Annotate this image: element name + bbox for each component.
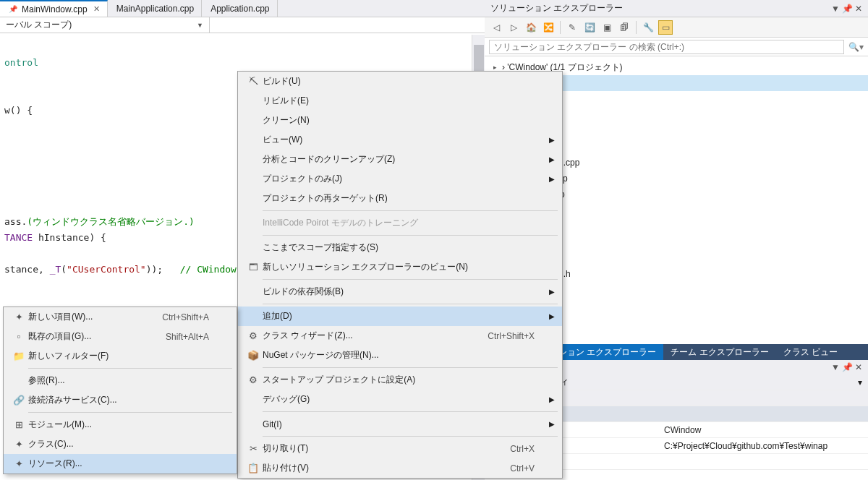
menu-item[interactable]: リビルド(E) — [238, 91, 562, 111]
menu-item-shortcut: Ctrl+V — [510, 463, 540, 473]
menu-item[interactable]: ⊞モジュール(M)... — [4, 415, 237, 434]
menu-item-label: 切り取り(T) — [263, 442, 510, 455]
menu-item[interactable]: ✂切り取り(T)Ctrl+X — [238, 439, 562, 458]
menu-item[interactable]: 📁新しいフィルター(F) — [4, 346, 237, 366]
menu-item-icon: 🗔 — [244, 262, 263, 273]
pin-icon[interactable]: 📌 — [842, 4, 853, 14]
menu-item[interactable]: クリーン(N) — [238, 111, 562, 130]
menu-item-icon: ✦ — [9, 458, 28, 469]
menu-item-label: モジュール(M)... — [28, 419, 215, 431]
properties-icon[interactable]: 🔧 — [641, 20, 655, 35]
sync-icon[interactable]: 🔄 — [582, 20, 597, 35]
close-icon[interactable]: ✕ — [855, 4, 862, 14]
dropdown-icon[interactable]: ▼ — [831, 362, 840, 372]
search-icon[interactable]: 🔍▾ — [848, 42, 864, 52]
menu-item[interactable]: 📦NuGet パッケージの管理(N)... — [238, 346, 562, 365]
menu-item-shortcut: Ctrl+Shift+A — [162, 312, 215, 322]
menu-item[interactable]: ✦クラス(C)... — [4, 434, 237, 454]
menu-item[interactable]: ここまでスコープ指定する(S) — [238, 238, 562, 257]
switch-view-icon[interactable]: 🔀 — [541, 20, 556, 35]
chevron-right-icon: ▶ — [549, 155, 555, 163]
menu-item[interactable]: ビルドの依存関係(B)▶ — [238, 282, 562, 301]
menu-separator — [263, 304, 558, 304]
menu-item-label: プロジェクトの再ターゲット(R) — [263, 192, 540, 205]
menu-item[interactable]: 参照(R)... — [4, 371, 237, 390]
menu-item-label: デバッグ(G) — [263, 393, 540, 406]
menu-item[interactable]: プロジェクトの再ターゲット(R) — [238, 189, 562, 208]
menu-item-label: ビルドの依存関係(B) — [263, 286, 540, 298]
menu-separator — [263, 411, 558, 412]
pending-changes-icon[interactable]: ✎ — [565, 20, 579, 35]
tab-application[interactable]: Application.cpp — [202, 0, 277, 17]
menu-item-label: クラス(C)... — [28, 438, 215, 450]
menu-item-label: 参照(R)... — [28, 374, 215, 387]
search-box: 🔍▾ — [485, 38, 868, 56]
menu-item[interactable]: 分析とコードのクリーンアップ(Z)▶ — [238, 150, 562, 169]
menu-item-label: 新しいソリューション エクスプローラーのビュー(N) — [263, 261, 540, 273]
menu-item-label: 追加(D) — [263, 310, 540, 322]
scope-dropdown[interactable]: ーバル スコープ) ▼ — [0, 17, 210, 33]
tab-mainapplication[interactable]: MainApplication.cpp — [108, 0, 202, 17]
menu-item-icon: ✂ — [244, 443, 263, 454]
menu-item-icon: ⊞ — [9, 419, 28, 430]
menu-item-label: 新しい項目(W)... — [28, 311, 162, 323]
pin-icon[interactable]: 📌 — [842, 362, 853, 372]
close-icon[interactable]: ✕ — [93, 4, 100, 14]
menu-item-label: Git(I) — [263, 419, 540, 429]
menu-item[interactable]: 📋貼り付け(V)Ctrl+V — [238, 458, 562, 478]
back-icon[interactable]: ◁ — [489, 20, 503, 35]
menu-item[interactable]: プロジェクトのみ(J)▶ — [238, 169, 562, 189]
menu-item-shortcut: Ctrl+X — [510, 444, 540, 454]
menu-item[interactable]: ⚙クラス ウィザード(Z)...Ctrl+Shift+X — [238, 326, 562, 346]
code-editor[interactable]: ontrol w() { ass.(ウィンドウクラス名省略バージョン.) TAN… — [0, 33, 239, 299]
menu-item[interactable]: ▫既存の項目(G)...Shift+Alt+A — [4, 327, 237, 346]
menu-item-icon: ⛏ — [244, 76, 263, 87]
menu-item-shortcut: Ctrl+Shift+X — [488, 331, 540, 341]
tab-label: Application.cpp — [210, 4, 269, 14]
menu-item[interactable]: ビュー(W)▶ — [238, 130, 562, 150]
menu-item[interactable]: 🗔新しいソリューション エクスプローラーのビュー(N) — [238, 257, 562, 277]
menu-item[interactable]: ⛏ビルド(U) — [238, 72, 562, 91]
menu-item[interactable]: 🔗接続済みサービス(C)... — [4, 390, 237, 410]
menu-item-icon: ✦ — [9, 439, 28, 450]
menu-item[interactable]: デバッグ(G)▶ — [238, 390, 562, 409]
menu-item-label: リビルド(E) — [263, 95, 540, 107]
preview-selected-icon[interactable]: ▭ — [658, 20, 673, 35]
collapse-icon[interactable]: ▣ — [600, 20, 614, 35]
panel-tab-team-explorer[interactable]: チーム エクスプローラー — [663, 344, 775, 360]
menu-item-label: 既存の項目(G)... — [28, 330, 166, 343]
menu-item: IntelliCode Poirot モデルのトレーニング — [238, 213, 562, 233]
menu-item[interactable]: ✦リソース(R)... — [4, 454, 237, 473]
chevron-down-icon: ▾ — [858, 377, 862, 387]
menu-item[interactable]: ⚙スタートアップ プロジェクトに設定(A) — [238, 370, 562, 390]
close-icon[interactable]: ✕ — [855, 362, 862, 372]
menu-item-label: NuGet パッケージの管理(N)... — [263, 349, 540, 361]
menu-item-icon: 🔗 — [9, 395, 28, 406]
dropdown-icon[interactable]: ▼ — [831, 4, 840, 14]
menu-item[interactable]: Git(I)▶ — [238, 414, 562, 434]
menu-item-icon: ✦ — [9, 312, 28, 322]
chevron-down-icon: ▼ — [197, 22, 203, 29]
menu-item-label: リソース(R)... — [28, 458, 215, 470]
menu-item-label: スタートアップ プロジェクトに設定(A) — [263, 374, 540, 386]
menu-item-label: ビルド(U) — [263, 75, 540, 87]
panel-tab-class-view[interactable]: クラス ビュー — [776, 344, 845, 360]
pin-icon: 📌 — [9, 5, 17, 13]
tab-label: MainWindow.cpp — [22, 4, 88, 14]
add-submenu: ✦新しい項目(W)...Ctrl+Shift+A▫既存の項目(G)...Shif… — [3, 307, 237, 474]
menu-item[interactable]: 追加(D)▶ — [238, 307, 562, 326]
search-input[interactable] — [489, 40, 844, 54]
home-icon[interactable]: 🏠 — [524, 20, 538, 35]
chevron-right-icon: ▶ — [549, 395, 555, 403]
menu-separator — [263, 436, 558, 437]
tab-label: MainApplication.cpp — [116, 4, 194, 14]
menu-item-label: 接続済みサービス(C)... — [28, 394, 215, 406]
forward-icon[interactable]: ▷ — [506, 20, 521, 35]
tab-mainwindow[interactable]: 📌 MainWindow.cpp ✕ — [0, 0, 108, 17]
menu-item-label: プロジェクトのみ(J) — [263, 173, 540, 185]
menu-item[interactable]: ✦新しい項目(W)...Ctrl+Shift+A — [4, 307, 237, 327]
show-all-icon[interactable]: 🗐 — [617, 20, 631, 35]
menu-item-shortcut: Shift+Alt+A — [166, 332, 215, 342]
menu-separator — [263, 367, 558, 368]
menu-item-label: クリーン(N) — [263, 114, 540, 127]
